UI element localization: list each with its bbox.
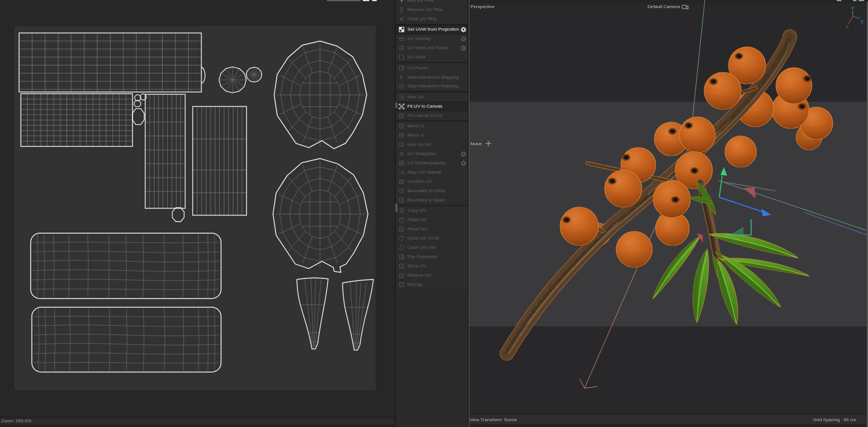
svg-text:X: X xyxy=(845,24,848,30)
svg-text:Y: Y xyxy=(851,6,854,11)
svg-text:Z: Z xyxy=(861,19,864,24)
